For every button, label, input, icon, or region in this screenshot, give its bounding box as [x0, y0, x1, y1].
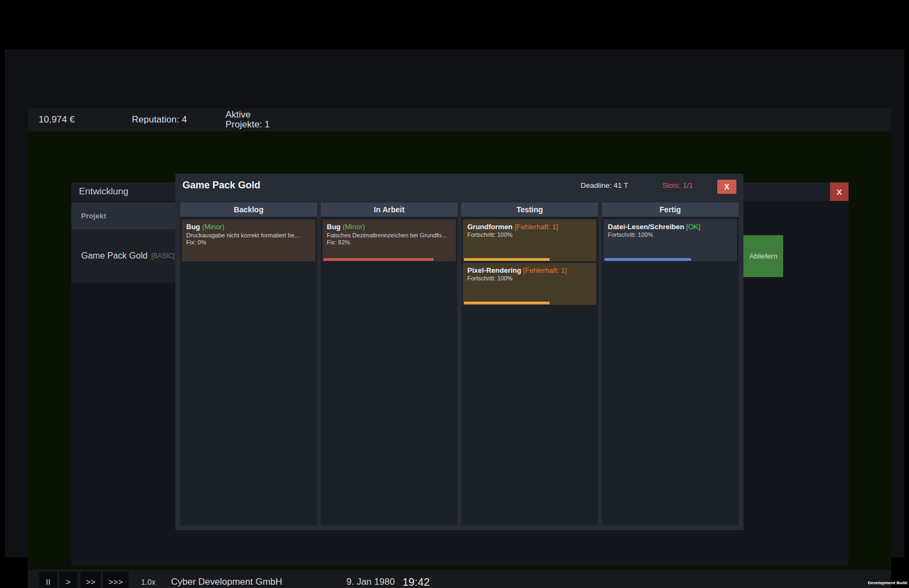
project-tag: [BASIC]	[151, 252, 175, 260]
card-title: Grundformen [Fehlerhaft: 1]	[467, 223, 592, 231]
kanban-column-testing: Testing Grundformen [Fehlerhaft: 1] Fort…	[461, 203, 598, 525]
game-date: 9. Jan 1980	[346, 569, 395, 588]
active-projects-value: Aktive Projekte: 1	[225, 110, 276, 130]
column-header: Backlog	[180, 203, 317, 217]
bottom-control-bar: II > >> >>> 1.0x Cyber Development GmbH …	[28, 569, 891, 588]
kanban-column-in-arbeit: In Arbeit Bug (Minor) Falsches Dezimaltr…	[321, 203, 457, 525]
card-progress-label: Fortschritt: 100%	[467, 275, 592, 281]
deadline-label: Deadline: 41 T	[581, 181, 629, 189]
kanban-card[interactable]: Bug (Minor) Druckausgabe nicht korrekt f…	[182, 219, 315, 261]
card-progress-label: Fortschritt: 100%	[467, 231, 592, 238]
pause-button[interactable]: II	[39, 572, 57, 588]
game-time: 19:42	[402, 569, 430, 588]
development-window-title: Entwicklung	[71, 186, 129, 197]
progress-bar	[605, 258, 691, 261]
card-status: [OK]	[686, 223, 700, 231]
game-frame: 10,974 € Reputation: 4 Aktive Projekte: …	[5, 50, 905, 558]
modal-title: Game Pack Gold	[182, 180, 260, 191]
card-status: (Minor)	[202, 223, 224, 231]
slots-label: Slots: 1/1	[662, 181, 693, 189]
money-value: 10,974 €	[39, 114, 75, 125]
card-status: [Fehlerhaft: 1]	[515, 223, 558, 231]
development-window-close-button[interactable]: X	[830, 182, 849, 201]
company-name: Cyber Development GmbH	[171, 569, 282, 588]
kanban-column-fertig: Fertig Datei-Lesen/Schreiben [OK] Fortsc…	[602, 203, 739, 525]
card-title: Bug (Minor)	[327, 223, 452, 231]
card-progress-label: Fortschritt: 100%	[608, 231, 733, 238]
speed-2x-button[interactable]: >>	[81, 572, 101, 588]
column-body: Bug (Minor) Druckausgabe nicht korrekt f…	[180, 217, 317, 264]
progress-bar	[464, 302, 550, 304]
card-title: Bug (Minor)	[186, 223, 311, 231]
project-column-header: Projekt	[71, 212, 106, 220]
column-header: Testing	[461, 203, 598, 217]
card-progress-label: Fix: 0%	[186, 239, 311, 246]
modal-close-button[interactable]: X	[717, 180, 736, 194]
project-kanban-modal: Game Pack Gold Deadline: 41 T Slots: 1/1…	[175, 174, 743, 530]
kanban-board: Backlog Bug (Minor) Druckausgabe nicht k…	[180, 203, 739, 525]
kanban-column-backlog: Backlog Bug (Minor) Druckausgabe nicht k…	[180, 203, 317, 525]
kanban-card[interactable]: Datei-Lesen/Schreiben [OK] Fortschritt: …	[603, 219, 737, 261]
kanban-card[interactable]: Bug (Minor) Falsches Dezimaltrennzeichen…	[322, 219, 456, 261]
column-body: Datei-Lesen/Schreiben [OK] Fortschritt: …	[602, 217, 739, 264]
card-title: Pixel-Rendering [Fehlerhaft: 1]	[467, 266, 592, 274]
development-build-watermark: Development Build	[868, 580, 907, 585]
speed-1x-button[interactable]: >	[59, 572, 77, 588]
progress-bar	[464, 258, 550, 261]
column-header: In Arbeit	[321, 203, 457, 217]
card-title: Datei-Lesen/Schreiben [OK]	[608, 223, 733, 231]
top-status-bar: 10,974 € Reputation: 4 Aktive Projekte: …	[28, 108, 891, 131]
card-progress-label: Fix: 82%	[327, 239, 452, 246]
card-status: [Fehlerhaft: 1]	[523, 266, 567, 274]
card-description: Druckausgabe nicht korrekt formatiert be…	[186, 232, 311, 238]
card-description: Falsches Dezimaltrennzeichen bei Grundfo…	[327, 232, 452, 238]
reputation-value: Reputation: 4	[132, 114, 187, 125]
card-status: (Minor)	[343, 223, 365, 231]
project-name: Game Pack Gold	[71, 251, 148, 261]
deliver-button[interactable]: Abliefern	[743, 235, 783, 277]
current-speed-label: 1.0x	[141, 569, 155, 588]
modal-header: Game Pack Gold Deadline: 41 T Slots: 1/1	[175, 174, 743, 197]
progress-bar	[324, 258, 434, 261]
column-header: Fertig	[602, 203, 739, 217]
column-body: Grundformen [Fehlerhaft: 1] Fortschritt:…	[461, 217, 598, 308]
kanban-card[interactable]: Pixel-Rendering [Fehlerhaft: 1] Fortschr…	[463, 263, 596, 305]
kanban-card[interactable]: Grundformen [Fehlerhaft: 1] Fortschritt:…	[463, 219, 596, 261]
column-body: Bug (Minor) Falsches Dezimaltrennzeichen…	[321, 217, 457, 264]
speed-3x-button[interactable]: >>>	[103, 572, 129, 588]
